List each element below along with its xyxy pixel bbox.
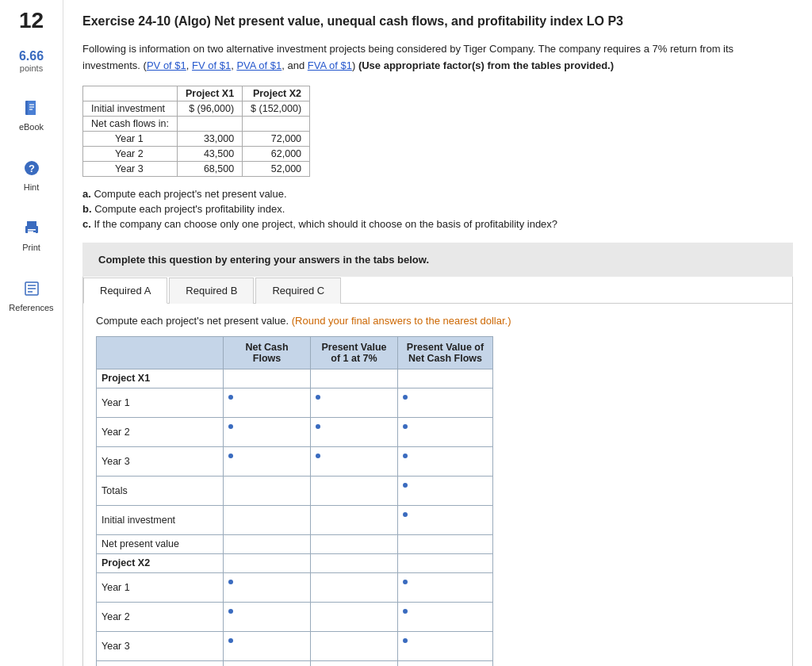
- year1-x1-ncf[interactable]: [224, 388, 311, 417]
- print-label: Print: [22, 243, 40, 252]
- points-block: 6.66 points: [19, 49, 44, 73]
- input-cell: [398, 553, 493, 572]
- npv-x1-ncf: [224, 534, 311, 553]
- sidebar-item-print[interactable]: Print: [0, 212, 63, 257]
- sidebar-item-hint[interactable]: ? Hint: [0, 152, 63, 197]
- npv-x1-label: Net present value: [97, 534, 224, 553]
- totals-x1-label: Totals: [97, 476, 224, 505]
- questions: a. Compute each project's net present va…: [82, 188, 793, 230]
- tabs-container: Required A Required B Required C Compute…: [82, 277, 793, 666]
- question-c: c. If the company can choose only one pr…: [82, 218, 793, 230]
- totals-x1-pvncf[interactable]: [398, 476, 493, 505]
- initial-x1-pvncf[interactable]: [398, 505, 493, 534]
- totals-x2-label: Totals: [97, 660, 224, 666]
- year3-x2-pvncf[interactable]: [398, 631, 493, 660]
- year2-x1-ncf[interactable]: [224, 417, 311, 446]
- year2-x2-pvncf[interactable]: [398, 602, 493, 631]
- totals-x1-pvf: [311, 476, 398, 505]
- question-b: b. Compute each project's profitability …: [82, 203, 793, 215]
- hint-icon: ?: [21, 157, 43, 179]
- year3-x2-pvf: [311, 631, 398, 660]
- tab-required-c[interactable]: Required C: [255, 278, 341, 304]
- tab-required-b[interactable]: Required B: [169, 278, 254, 304]
- table-row: Totals: [97, 660, 493, 666]
- year2-x1-label: Year 2: [97, 417, 224, 446]
- initial-x1-ncf: [224, 505, 311, 534]
- main-content: Exercise 24-10 (Algo) Net present value,…: [63, 0, 812, 666]
- year1-x1-pvf-input[interactable]: [316, 402, 393, 415]
- year1-x1-pvncf[interactable]: [398, 388, 493, 417]
- year2-x2-ncf[interactable]: [224, 602, 311, 631]
- table-row: Year 2: [97, 417, 493, 446]
- table-row: Year 3: [97, 631, 493, 660]
- svg-rect-7: [27, 221, 36, 227]
- table-row: Initial investment: [97, 505, 493, 534]
- year3-x1-ncf-input[interactable]: [228, 461, 305, 473]
- year1-x2-pvncf-input[interactable]: [403, 587, 488, 599]
- table-row: Net present value: [97, 534, 493, 553]
- tab-a-content: Compute each project's net present value…: [83, 304, 792, 666]
- input-cell: [311, 553, 398, 572]
- year2-x1-pvf[interactable]: [311, 417, 398, 446]
- table-row: Totals: [97, 476, 493, 505]
- initial-x1-pvncf-input[interactable]: [403, 519, 488, 532]
- hint-label: Hint: [24, 182, 40, 192]
- year2-x1-ncf-input[interactable]: [228, 431, 305, 444]
- year1-x2-ncf-input[interactable]: [228, 587, 305, 599]
- project-x2-label: Project X2: [97, 553, 224, 572]
- year3-x2-ncf[interactable]: [224, 631, 311, 660]
- input-cell: [398, 369, 493, 388]
- year2-x1-pvncf[interactable]: [398, 417, 493, 446]
- sidebar-nav: eBook ? Hint: [0, 92, 63, 317]
- totals-x1-ncf: [224, 476, 311, 505]
- link-fv[interactable]: FV of $1: [192, 59, 231, 71]
- intro-text: Following is information on two alternat…: [82, 41, 793, 75]
- col-header-pv-ncf: Present Value ofNet Cash Flows: [398, 336, 493, 369]
- year1-x2-pvncf[interactable]: [398, 572, 493, 602]
- input-cell: [311, 369, 398, 388]
- year3-x2-pvncf-input[interactable]: [403, 645, 488, 658]
- print-icon: [21, 217, 43, 239]
- year2-x1-pvncf-input[interactable]: [403, 431, 488, 444]
- points-value: 6.66: [19, 49, 44, 63]
- book-icon: [21, 97, 43, 119]
- year3-x1-ncf[interactable]: [224, 446, 311, 476]
- year3-x1-pvf-input[interactable]: [316, 461, 393, 473]
- sidebar-item-references[interactable]: References: [0, 273, 63, 317]
- year1-x1-ncf-input[interactable]: [228, 402, 305, 415]
- year3-x1-pvf[interactable]: [311, 446, 398, 476]
- initial-x1-label: Initial investment: [97, 505, 224, 534]
- npv-x1-pvncf-input[interactable]: [403, 538, 488, 550]
- npv-x1-pvncf[interactable]: [398, 534, 493, 553]
- link-pva[interactable]: PVA of $1: [236, 59, 282, 71]
- initial-x1-pvf: [311, 505, 398, 534]
- year2-x2-label: Year 2: [97, 602, 224, 631]
- svg-text:?: ?: [29, 163, 35, 174]
- input-cell: [224, 553, 311, 572]
- complete-box: Complete this question by entering your …: [82, 243, 793, 277]
- year3-x2-ncf-input[interactable]: [228, 645, 305, 658]
- year3-x2-label: Year 3: [97, 631, 224, 660]
- year2-x2-pvncf-input[interactable]: [403, 616, 488, 629]
- table-row: Year 3: [97, 446, 493, 476]
- year2-x2-ncf-input[interactable]: [228, 616, 305, 629]
- year1-x2-ncf[interactable]: [224, 572, 311, 602]
- project-x1-label: Project X1: [97, 369, 224, 388]
- tab-required-a[interactable]: Required A: [83, 278, 167, 304]
- year1-x1-pvncf-input[interactable]: [403, 402, 488, 415]
- table-row: Year 1: [97, 388, 493, 417]
- link-pv[interactable]: PV of $1: [147, 59, 186, 71]
- sidebar: 12 6.66 points eBook: [0, 0, 63, 666]
- sidebar-item-ebook[interactable]: eBook: [0, 92, 63, 136]
- link-fva[interactable]: FVA of $1: [308, 59, 352, 71]
- year1-x1-pvf[interactable]: [311, 388, 398, 417]
- year2-x1-pvf-input[interactable]: [316, 431, 393, 444]
- totals-x1-pvncf-input[interactable]: [403, 490, 488, 503]
- totals-x2-ncf: [224, 660, 311, 666]
- col-header-label: [97, 336, 224, 369]
- year3-x1-pvncf-input[interactable]: [403, 461, 488, 473]
- svg-rect-10: [28, 232, 33, 233]
- exercise-title: Exercise 24-10 (Algo) Net present value,…: [82, 13, 793, 30]
- totals-x2-pvf: [311, 660, 398, 666]
- year3-x1-pvncf[interactable]: [398, 446, 493, 476]
